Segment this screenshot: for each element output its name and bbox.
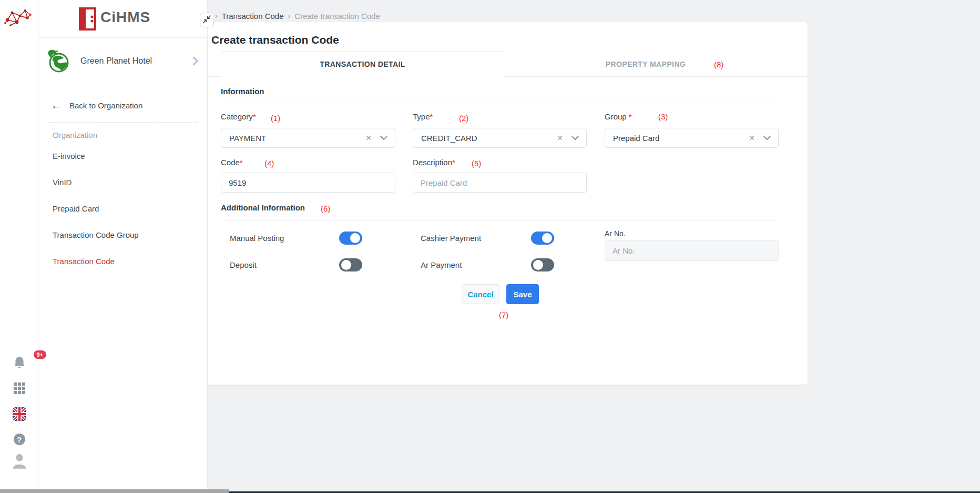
deposit-toggle[interactable] (339, 258, 362, 271)
annotation-8: (8) (714, 60, 723, 69)
hotel-name: Green Planet Hotel (80, 56, 152, 66)
group-chevron-down-icon[interactable] (763, 136, 771, 140)
tab-transaction-detail[interactable]: TRANSACTION DETAIL (221, 51, 504, 77)
horizontal-scrollbar-thumb[interactable] (0, 489, 229, 493)
annotation-4: (4) (264, 159, 274, 168)
annotation-6: (6) (321, 204, 330, 213)
information-divider (221, 104, 779, 104)
cashier-payment-toggle[interactable] (531, 232, 554, 245)
notifications-bell-button[interactable]: 9+ (0, 356, 38, 373)
ar-no-label: Ar No. (605, 229, 626, 238)
sidebar: CiHMS Green Planet Hotel ← Back to Organ… (38, 0, 208, 493)
help-button[interactable]: ? (0, 434, 38, 445)
sidebar-item-e-invoice[interactable]: E-invoice (53, 152, 195, 163)
category-label: Category* (221, 112, 256, 121)
category-chevron-down-icon[interactable] (380, 136, 387, 140)
sidebar-item-prepaid-card[interactable]: Prepaid Card (53, 204, 195, 216)
network-graph-logo-icon (4, 6, 34, 31)
notification-badge: 9+ (34, 350, 47, 359)
annotation-3: (3) (658, 112, 668, 121)
app-root: 9+ (0, 0, 980, 493)
help-icon: ? (14, 434, 25, 445)
earth-leaf-icon (45, 49, 70, 76)
cihms-door-icon (79, 7, 96, 33)
group-select[interactable]: Prepaid Card ✕ (605, 128, 779, 148)
toggle-knob (350, 233, 360, 243)
type-clear-icon[interactable]: ✕ (557, 134, 563, 142)
annotation-1: (1) (271, 114, 280, 123)
breadcrumb-separator: › (215, 12, 218, 20)
category-clear-icon[interactable]: ✕ (365, 134, 372, 142)
language-switch-button[interactable] (0, 407, 38, 423)
cashier-payment-label: Cashier Payment (421, 234, 481, 243)
user-avatar-icon (12, 452, 27, 471)
cancel-button[interactable]: Cancel (462, 284, 499, 304)
page-title: Create transaction Code (211, 34, 339, 46)
group-label: Group * (605, 112, 632, 121)
collapse-arrows-icon (203, 15, 211, 25)
chevron-right-icon (192, 56, 198, 68)
description-label: Description* (413, 158, 455, 167)
breadcrumb-separator: › (288, 12, 291, 20)
code-input[interactable] (221, 173, 395, 193)
sidebar-collapse-button[interactable] (200, 13, 214, 27)
deposit-label: Deposit (230, 260, 257, 269)
type-value: CREDIT_CARD (421, 134, 557, 143)
uk-flag-icon (13, 407, 26, 423)
additional-information-divider (221, 220, 779, 220)
sidebar-item-vinid[interactable]: VinID (53, 178, 195, 189)
brand-name: CiHMS (100, 9, 150, 26)
back-arrow-icon: ← (51, 100, 62, 110)
category-value: PAYMENT (229, 134, 365, 143)
save-button[interactable]: Save (506, 284, 539, 304)
back-to-organization-link[interactable]: ← Back to Organization (51, 99, 142, 112)
sidebar-section-label: Organization (53, 130, 97, 139)
sidebar-item-transaction-code[interactable]: Transaction Code (53, 257, 195, 268)
toggle-knob (542, 233, 552, 243)
sidebar-divider (49, 122, 197, 123)
toggle-knob (533, 260, 543, 270)
apps-grid-icon (14, 383, 25, 394)
sidebar-item-transaction-code-group[interactable]: Transaction Code Group (53, 230, 195, 242)
bell-icon (13, 363, 26, 372)
group-value: Prepaid Card (613, 134, 749, 143)
breadcrumb-transaction-code[interactable]: Transaction Code (222, 12, 284, 21)
code-label: Code* (221, 158, 243, 167)
annotation-7: (7) (499, 310, 508, 319)
hotel-selector[interactable]: Green Planet Hotel (38, 48, 208, 75)
annotation-5: (5) (472, 159, 481, 168)
manual-posting-label: Manual Posting (230, 234, 284, 243)
breadcrumb-create-transaction-code: Create transaction Code (294, 12, 380, 21)
type-chevron-down-icon[interactable] (571, 136, 579, 140)
annotation-2: (2) (459, 114, 468, 123)
create-transaction-code-card: Create transaction Code TRANSACTION DETA… (201, 22, 808, 385)
ar-payment-toggle[interactable] (531, 258, 554, 271)
back-label: Back to Organization (69, 101, 142, 110)
apps-grid-button[interactable] (0, 383, 38, 394)
ar-no-input[interactable] (605, 240, 779, 261)
type-select[interactable]: CREDIT_CARD ✕ (413, 128, 587, 148)
user-profile-button[interactable] (0, 452, 38, 471)
type-label: Type* (413, 112, 433, 121)
information-section-header: Information (221, 87, 264, 96)
group-clear-icon[interactable]: ✕ (749, 134, 755, 142)
category-select[interactable]: PAYMENT ✕ (221, 128, 395, 148)
ar-payment-label: Ar Payment (421, 260, 462, 269)
horizontal-scrollbar-track (0, 489, 980, 493)
breadcrumb: › Transaction Code › Create transaction … (201, 11, 380, 21)
manual-posting-toggle[interactable] (339, 232, 362, 245)
brand-logo: CiHMS (38, 0, 208, 38)
additional-information-header: Additional Information (221, 203, 305, 212)
toggle-knob (341, 260, 351, 270)
description-input[interactable] (413, 173, 587, 193)
left-rail: 9+ (0, 0, 38, 493)
